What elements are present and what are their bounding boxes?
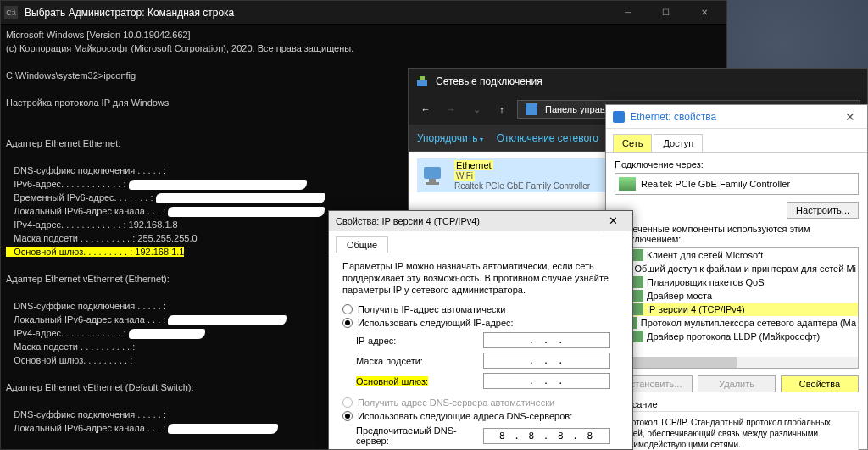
ip-address-label: IP-адрес: [356, 336, 483, 346]
scrollbar-thumb[interactable] [615, 357, 737, 368]
components-list[interactable]: Клиент для сетей Microsoft Общий доступ … [615, 247, 859, 358]
iv-titlebar[interactable]: Свойства: IP версии 4 (TCP/IPv4) ✕ [329, 211, 632, 231]
ip-address-input[interactable]: . . . [483, 332, 610, 348]
adapter-status: WiFi [454, 171, 475, 181]
organize-menu[interactable]: Упорядочить [417, 132, 483, 144]
up-button[interactable]: ↑ [492, 99, 512, 119]
component-icon [632, 331, 643, 342]
component-icon [632, 276, 643, 288]
ep-tabs: Сеть Доступ [606, 129, 867, 152]
component-icon [632, 290, 643, 302]
maximize-button[interactable]: ☐ [647, 1, 685, 25]
disable-device-button[interactable]: Отключение сетевого [497, 132, 598, 144]
description-text: Протокол TCP/IP. Стандартный протокол гл… [615, 411, 859, 450]
ipv4-properties-dialog: Свойства: IP версии 4 (TCP/IPv4) ✕ Общие… [328, 210, 633, 450]
adapter-device: Realtek PCIe GbE Family Controller [454, 181, 590, 191]
recent-dropdown[interactable]: ⌄ [466, 99, 487, 119]
tab-sharing[interactable]: Доступ [654, 134, 703, 152]
ipv4-info-text: Параметры IP можно назначать автоматичес… [342, 260, 619, 296]
network-icon [415, 75, 429, 88]
tab-general[interactable]: Общие [336, 236, 388, 253]
connect-using-label: Подключение через: [615, 159, 859, 169]
component-item[interactable]: Драйвер моста [615, 289, 858, 303]
cmd-titlebar[interactable]: C:\ Выбрать Администратор: Командная стр… [1, 1, 726, 25]
configure-button[interactable]: Настроить... [787, 202, 859, 219]
radio-manual-dns[interactable]: Использовать следующие адреса DNS-сервер… [342, 411, 619, 421]
minimize-button[interactable]: ─ [609, 1, 647, 25]
nc-titlebar[interactable]: Сетевые подключения [409, 69, 867, 94]
radio-manual-ip[interactable]: Использовать следующий IP-адрес: [342, 318, 619, 328]
horizontal-scrollbar[interactable] [615, 357, 859, 369]
nc-title: Сетевые подключения [436, 75, 860, 87]
preferred-dns-input[interactable]: 8 . 8 . 8 . 8 [483, 428, 610, 444]
svg-rect-2 [526, 103, 537, 115]
back-button[interactable]: ← [415, 99, 436, 119]
forward-button[interactable]: → [441, 99, 461, 119]
close-button[interactable]: ✕ [600, 211, 626, 231]
default-gateway-label: Основной шлюз: [356, 376, 483, 386]
components-label: Отмеченные компоненты используются этим … [615, 224, 859, 244]
component-icon [632, 303, 643, 315]
radio-icon [342, 318, 353, 328]
component-item[interactable]: Планировщик пакетов QoS [615, 275, 858, 289]
svg-rect-4 [429, 179, 436, 182]
adapter-name-text: Realtek PCIe GbE Family Controller [641, 179, 790, 189]
properties-button[interactable]: Свойства [781, 375, 859, 392]
radio-icon [342, 397, 353, 408]
component-ipv4[interactable]: IP версии 4 (TCP/IPv4) [615, 303, 858, 316]
cmd-title: Выбрать Администратор: Командная строка [25, 7, 609, 19]
ethernet-adapter-icon [420, 164, 448, 187]
cmd-icon: C:\ [4, 6, 18, 19]
default-gateway-input[interactable]: . . . [483, 373, 610, 389]
adapter-field: Realtek PCIe GbE Family Controller [615, 173, 859, 195]
component-item[interactable]: Общий доступ к файлам и принтерам для се… [615, 262, 858, 275]
adapter-name: Ethernet [454, 160, 493, 170]
iv-title: Свойства: IP версии 4 (TCP/IPv4) [336, 216, 600, 226]
description-label: Описание [615, 399, 859, 409]
component-item[interactable]: Протокол мультиплексора сетевого адаптер… [615, 316, 858, 330]
ethernet-props-icon [613, 111, 625, 123]
ethernet-properties-dialog: Ethernet: свойства ✕ Сеть Доступ Подключ… [605, 104, 868, 450]
ep-title: Ethernet: свойства [630, 111, 835, 123]
svg-rect-1 [420, 76, 425, 80]
radio-icon [342, 411, 353, 421]
uninstall-button[interactable]: Удалить [698, 375, 776, 392]
close-button[interactable]: ✕ [840, 110, 860, 124]
subnet-mask-label: Маска подсети: [356, 356, 483, 366]
nic-icon [619, 177, 636, 191]
radio-auto-dns: Получить адрес DNS-сервера автоматически [342, 397, 619, 408]
component-item[interactable]: Драйвер протокола LLDP (Майкрософт) [615, 330, 858, 343]
control-panel-icon [525, 103, 538, 116]
subnet-mask-input[interactable]: . . . [483, 353, 610, 369]
close-button[interactable]: ✕ [685, 1, 723, 25]
radio-auto-ip[interactable]: Получить IP-адрес автоматически [342, 304, 619, 314]
component-icon [632, 249, 643, 261]
preferred-dns-label: Предпочитаемый DNS-сервер: [356, 425, 483, 446]
svg-rect-5 [426, 182, 439, 185]
tab-network[interactable]: Сеть [613, 134, 652, 152]
svg-rect-0 [417, 80, 427, 86]
component-item[interactable]: Клиент для сетей Microsoft [615, 248, 858, 262]
svg-rect-3 [424, 167, 441, 179]
radio-icon [342, 304, 353, 314]
ep-titlebar[interactable]: Ethernet: свойства ✕ [606, 105, 867, 129]
